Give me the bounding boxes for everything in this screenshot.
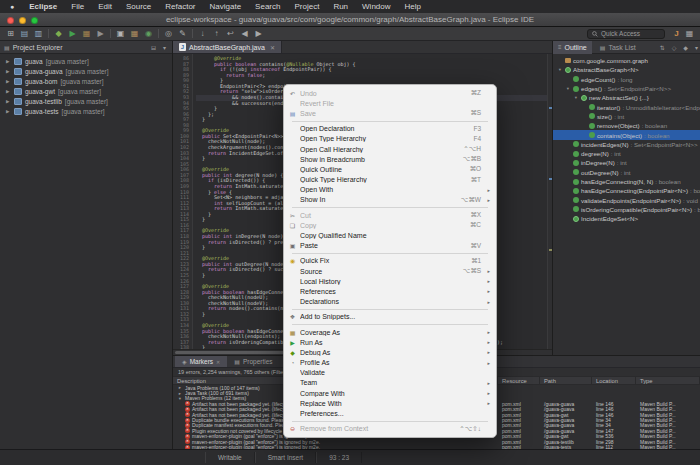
menu-item-debug-as[interactable]: ◆Debug As▸ — [284, 347, 496, 357]
menu-item-show-in-breadcrumb[interactable]: Show in Breadcrumb⌥⌘B — [284, 154, 496, 164]
coverage-icon[interactable]: ▦ — [80, 28, 93, 39]
expander-icon[interactable]: ▶ — [6, 69, 11, 74]
forward-icon[interactable]: ▶ — [252, 28, 265, 39]
tab-outline[interactable]: ≡ Outline — [553, 41, 592, 54]
run-icon[interactable]: ▶ — [66, 28, 79, 39]
menu-item-paste[interactable]: ▣Paste⌘V — [284, 241, 496, 251]
menu-item-revert-file[interactable]: Revert File — [284, 98, 496, 108]
menu-item-open-with[interactable]: Open With▸ — [284, 185, 496, 195]
outline-item-indegree-n[interactable]: inDegree(N) : int — [553, 158, 700, 167]
search-icon[interactable]: ◎ — [162, 28, 175, 39]
menu-item-open-declaration[interactable]: Open DeclarationF3 — [284, 124, 496, 134]
menu-item-team[interactable]: Team▸ — [284, 378, 496, 388]
new-wizard-icon[interactable]: ⊞ — [4, 28, 17, 39]
prev-annotation-icon[interactable]: ↑ — [210, 28, 223, 39]
new-package-icon[interactable]: ▦ — [128, 28, 141, 39]
menu-item-open-call-hierarchy[interactable]: Open Call Hierarchy⌃⌥H — [284, 144, 496, 154]
outline-item-size[interactable]: size() : int — [553, 112, 700, 121]
project-item-guava-tests[interactable]: ▶guava-tests [guava master] — [0, 106, 172, 116]
window-titlebar[interactable]: eclipse-workspace - guava/guava/src/com/… — [0, 13, 700, 27]
menu-item-copy[interactable]: ❏Copy⌘C — [284, 220, 496, 230]
outline-item-isorderingcompatible-endpointpair-n[interactable]: isOrderingCompatible(EndpointPair<N>) : … — [553, 205, 700, 214]
menubar-item-search[interactable]: Search — [248, 2, 287, 11]
close-tab-icon[interactable]: ✕ — [216, 359, 220, 365]
outline-item-abstractbasegraph-n[interactable]: ▾AbstractBaseGraph<N> — [553, 65, 700, 74]
menu-item-quick-outline[interactable]: Quick Outline⌘O — [284, 164, 496, 174]
expander-icon[interactable]: ▾ — [573, 95, 579, 100]
hide-fields-icon[interactable]: ◇ — [670, 44, 679, 51]
menubar-item-file[interactable]: File — [64, 2, 91, 11]
project-item-guava-bom[interactable]: ▶guava-bom [guava master] — [0, 76, 172, 86]
open-perspective-icon[interactable]: ▦ — [683, 28, 696, 39]
menu-item-coverage-as[interactable]: ▦Coverage As▸ — [284, 327, 496, 337]
expander-icon[interactable]: ▶ — [6, 109, 11, 114]
sort-icon[interactable]: ⇅ — [658, 44, 667, 51]
outline-item-new-abstractset[interactable]: ▾new AbstractSet() {...} — [553, 93, 700, 102]
menu-item-declarations[interactable]: Declarations▸ — [284, 297, 496, 307]
outline-item-com-google-common-graph[interactable]: com.google.common.graph — [553, 56, 700, 65]
project-item-guava[interactable]: ▶guava [guava master] — [0, 56, 172, 66]
outline-item-remove-object[interactable]: remove(Object) : boolean — [553, 121, 700, 130]
menu-item-undo[interactable]: ↶Undo⌘Z — [284, 88, 496, 98]
close-window-button[interactable] — [7, 17, 14, 24]
outline-item-edgecount[interactable]: edgeCount() : long — [553, 75, 700, 84]
expander-icon[interactable]: ▶ — [6, 99, 11, 104]
menu-item-open-type-hierarchy[interactable]: Open Type HierarchyF4 — [284, 134, 496, 144]
menu-item-show-in[interactable]: Show In⌥⌘W▸ — [284, 195, 496, 205]
menu-item-quick-type-hierarchy[interactable]: Quick Type Hierarchy⌘T — [284, 175, 496, 185]
menu-item-copy-qualified-name[interactable]: Copy Qualified Name — [284, 230, 496, 240]
debug-icon[interactable]: ◆ — [52, 28, 65, 39]
menubar-item-eclipse[interactable]: Eclipse — [22, 2, 64, 11]
outline-item-degree-n[interactable]: degree(N) : int — [553, 149, 700, 158]
menu-item-profile-as[interactable]: ◔Profile As▸ — [284, 358, 496, 368]
menubar-item-run[interactable]: Run — [326, 2, 355, 11]
zoom-window-button[interactable] — [31, 17, 38, 24]
menubar-item-window[interactable]: Window — [355, 2, 397, 11]
column-location[interactable]: Location — [592, 377, 636, 384]
column-path[interactable]: Path — [540, 377, 592, 384]
expander-icon[interactable]: ▾ — [557, 67, 563, 72]
menubar-item-project[interactable]: Project — [287, 2, 326, 11]
menubar-item-edit[interactable]: Edit — [91, 2, 119, 11]
overview-ruler[interactable] — [547, 54, 552, 349]
menu-item-remove-from-context[interactable]: ⊖Remove from Context⌃⌥⇧↓ — [284, 424, 496, 434]
menubar-item-refactor[interactable]: Refactor — [158, 2, 202, 11]
menu-item-references[interactable]: References▸ — [284, 286, 496, 296]
menubar-item-help[interactable]: Help — [398, 2, 428, 11]
expander-icon[interactable]: ▶ — [6, 59, 11, 64]
project-item-guava-gwt[interactable]: ▶guava-gwt [guava master] — [0, 86, 172, 96]
minimize-window-button[interactable] — [19, 17, 26, 24]
next-annotation-icon[interactable]: ↓ — [196, 28, 209, 39]
menu-item-save[interactable]: ▤Save⌘S — [284, 108, 496, 118]
project-item-guava-guava[interactable]: ▶guava-guava [guava master] — [0, 66, 172, 76]
expander-icon[interactable]: ▶ — [6, 89, 11, 94]
menu-item-replace-with[interactable]: Replace With▸ — [284, 398, 496, 408]
menu-item-add-to-snippets[interactable]: ❖Add to Snippets... — [284, 312, 496, 322]
outline-item-hasedgeconnecting-endpointpair-n[interactable]: hasEdgeConnecting(EndpointPair<N>) : boo… — [553, 186, 700, 195]
last-edit-location-icon[interactable]: ↩ — [224, 28, 237, 39]
menu-item-local-history[interactable]: Local History▸ — [284, 276, 496, 286]
java-perspective-icon[interactable]: J — [670, 28, 683, 39]
apple-menu-icon[interactable]: ● — [10, 3, 14, 10]
expander-icon[interactable]: ▶ — [6, 79, 11, 84]
menu-item-preferences[interactable]: Preferences... — [284, 408, 496, 418]
expander-icon[interactable]: ▾ — [565, 86, 571, 91]
outline-item-incidentedgeset-n[interactable]: IncidentEdgeSet<N> — [553, 214, 700, 223]
quick-access-box[interactable]: Quick Access — [587, 29, 665, 39]
hide-static-icon[interactable]: ◆ — [681, 44, 690, 51]
menu-item-validate[interactable]: Validate — [284, 368, 496, 378]
outline-item-contains-object[interactable]: contains(Object) : boolean — [553, 130, 700, 139]
tab-markers[interactable]: ◈ Markers ✕ — [175, 356, 227, 367]
view-menu-icon[interactable]: ▾ — [693, 44, 700, 51]
tab-task-list[interactable]: ▤ Task List — [595, 41, 641, 54]
outline-item-validateendpoints-endpointpair-n[interactable]: validateEndpoints(EndpointPair<N>) : voi… — [553, 195, 700, 204]
outline-item-outdegree-n[interactable]: outDegree(N) : int — [553, 168, 700, 177]
column-resource[interactable]: Resource — [498, 377, 540, 384]
menu-item-quick-fix[interactable]: ◉Quick Fix⌘1 — [284, 256, 496, 266]
new-java-project-icon[interactable]: ▣ — [114, 28, 127, 39]
back-icon[interactable]: ◀ — [238, 28, 251, 39]
outline-item-edges[interactable]: ▾edges() : Set<EndpointPair<N>> — [553, 84, 700, 93]
new-class-icon[interactable]: ◉ — [142, 28, 155, 39]
external-tools-icon[interactable]: ▶ — [94, 28, 107, 39]
menu-item-cut[interactable]: ✂Cut⌘X — [284, 210, 496, 220]
